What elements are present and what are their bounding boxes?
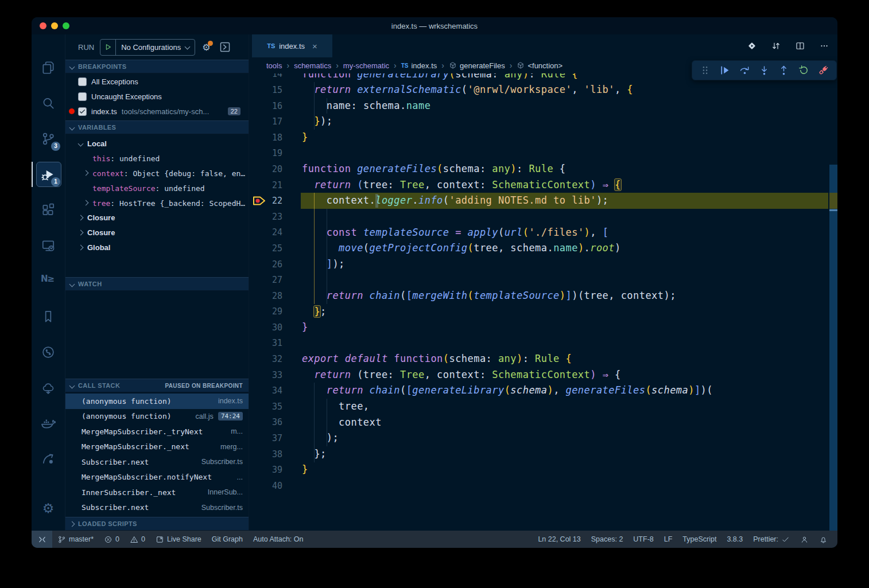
minimize-button[interactable] bbox=[51, 22, 58, 29]
activity-nx-console[interactable]: N≥ bbox=[32, 263, 65, 299]
editor-gutter[interactable]: 40 bbox=[249, 478, 302, 494]
status-prettier[interactable]: Prettier: bbox=[748, 531, 795, 548]
watch-section-header[interactable]: WATCH bbox=[65, 277, 249, 291]
editor-gutter[interactable]: 23 bbox=[249, 209, 302, 225]
code-text[interactable]: }; bbox=[302, 304, 327, 320]
editor-gutter[interactable]: 19 bbox=[249, 146, 302, 162]
call-stack-frame-4[interactable]: Subscriber.nextSubscriber.ts bbox=[65, 454, 249, 470]
step-out-button[interactable] bbox=[778, 64, 790, 76]
status-git-graph[interactable]: Git Graph bbox=[207, 531, 248, 548]
editor-gutter[interactable]: 31 bbox=[249, 336, 302, 352]
editor-gutter[interactable]: 37 bbox=[249, 430, 302, 446]
breadcrumb-item-index-ts[interactable]: TSindex.ts bbox=[401, 61, 437, 70]
status-live-share[interactable]: Live Share bbox=[150, 531, 207, 548]
editor-gutter[interactable]: 28 bbox=[249, 288, 302, 304]
split-editor-button[interactable] bbox=[795, 41, 805, 51]
editor-gutter[interactable]: 21 bbox=[249, 177, 302, 193]
activity-extensions[interactable] bbox=[32, 192, 65, 228]
activity-search[interactable] bbox=[32, 85, 65, 121]
editor-gutter[interactable]: 24 bbox=[249, 225, 302, 241]
code-text[interactable]: return chain([generateLibrary(schema), g… bbox=[302, 383, 713, 399]
editor-gutter[interactable]: 36 bbox=[249, 415, 302, 431]
call-stack-frame-6[interactable]: InnerSubscriber._nextInnerSub... bbox=[65, 485, 249, 500]
call-stack-frame-2[interactable]: MergeMapSubscriber._tryNextm... bbox=[65, 424, 249, 439]
open-changes-button[interactable] bbox=[771, 41, 781, 51]
breakpoint-item-all-exceptions[interactable]: All Exceptions bbox=[65, 74, 249, 89]
variables-scope-closure[interactable]: Closure bbox=[65, 211, 249, 225]
breakpoint-checkbox[interactable] bbox=[78, 107, 87, 116]
overview-ruler-scrollbar[interactable] bbox=[829, 165, 837, 531]
editor-gutter[interactable]: 33 bbox=[249, 367, 302, 383]
code-text[interactable]: function generateFiles(schema: any): Rul… bbox=[302, 161, 566, 177]
variables-section-header[interactable]: VARIABLES bbox=[65, 120, 249, 134]
call-stack-frame-5[interactable]: MergeMapSubscriber.notifyNext... bbox=[65, 470, 249, 485]
code-text[interactable]: context.logger.info('adding NOTES.md to … bbox=[302, 193, 608, 209]
editor-gutter[interactable]: 32 bbox=[249, 351, 302, 367]
code-text[interactable]: move(getProjectConfig(tree, schema.name)… bbox=[302, 240, 621, 256]
variable-tree[interactable]: tree: HostTree {_backend: ScopedH… bbox=[65, 196, 249, 211]
close-tab-icon[interactable]: × bbox=[312, 41, 317, 51]
tab-index-ts[interactable]: TS index.ts × bbox=[252, 34, 332, 57]
breakpoint-checkbox[interactable] bbox=[78, 77, 87, 86]
restart-button[interactable] bbox=[798, 64, 810, 76]
status-eol[interactable]: LF bbox=[659, 531, 678, 548]
breadcrumb-item-my-schematic[interactable]: my-schematic bbox=[343, 61, 389, 70]
more-actions-button[interactable] bbox=[819, 41, 829, 51]
editor-gutter[interactable]: 34 bbox=[249, 383, 302, 399]
editor-gutter[interactable]: 16 bbox=[249, 98, 302, 114]
debug-config-dropdown[interactable]: No Configurations bbox=[100, 39, 195, 56]
status-auto-attach[interactable]: Auto Attach: On bbox=[248, 531, 309, 548]
loaded-scripts-section-header[interactable]: LOADED SCRIPTS bbox=[65, 517, 249, 531]
code-text[interactable]: }; bbox=[302, 446, 327, 462]
step-into-button[interactable] bbox=[758, 64, 770, 76]
step-over-button[interactable] bbox=[739, 64, 751, 76]
activity-docker[interactable] bbox=[32, 406, 65, 441]
code-text[interactable]: tree, bbox=[302, 399, 370, 415]
editor-gutter[interactable]: 39 bbox=[249, 462, 302, 478]
activity-testing[interactable] bbox=[32, 370, 65, 406]
status-git-branch[interactable]: master* bbox=[52, 531, 99, 548]
status-encoding[interactable]: UTF-8 bbox=[628, 531, 658, 548]
breadcrumb-item-generatefiles[interactable]: generateFiles bbox=[449, 61, 505, 70]
code-text[interactable]: } bbox=[302, 130, 308, 146]
code-text[interactable]: ]); bbox=[302, 256, 345, 272]
activity-source-control[interactable]: 3 bbox=[32, 121, 65, 157]
start-debugging-icon[interactable] bbox=[103, 42, 112, 52]
variable-this[interactable]: this: undefined bbox=[65, 151, 249, 166]
breakpoint-item-index-ts[interactable]: index.tstools/schematics/my-sch...22 bbox=[65, 104, 249, 119]
code-text[interactable]: ); bbox=[302, 430, 339, 446]
code-text[interactable]: return (tree: Tree, context: SchematicCo… bbox=[302, 367, 621, 383]
code-text[interactable]: return chain([mergeWith(templateSource)]… bbox=[302, 288, 676, 304]
editor-gutter[interactable]: 35 bbox=[249, 399, 302, 415]
breadcrumb-item-schematics[interactable]: schematics bbox=[294, 61, 331, 70]
run-or-debug-button[interactable] bbox=[747, 41, 757, 51]
debug-settings-gear-icon[interactable]: ⚙ bbox=[202, 42, 210, 53]
call-stack-frame-1[interactable]: (anonymous function)call.js74:24 bbox=[65, 409, 249, 425]
editor-gutter[interactable]: 22 bbox=[249, 193, 302, 209]
editor-gutter[interactable]: 27 bbox=[249, 272, 302, 288]
status-ts-version[interactable]: 3.8.3 bbox=[721, 531, 748, 548]
code-text[interactable]: const templateSource = apply(url('./file… bbox=[302, 225, 608, 241]
breakpoint-checkbox[interactable] bbox=[78, 92, 87, 101]
call-stack-frame-3[interactable]: MergeMapSubscriber._nextmerg... bbox=[65, 439, 249, 455]
variables-scope-global[interactable]: Global bbox=[65, 240, 249, 255]
activity-run-and-debug[interactable]: 1 bbox=[32, 157, 65, 192]
variables-scope-local[interactable]: Local bbox=[65, 136, 249, 151]
disconnect-button[interactable] bbox=[817, 64, 829, 76]
zoom-button[interactable] bbox=[63, 22, 69, 29]
continue-button[interactable] bbox=[719, 64, 731, 76]
status-warnings[interactable]: 0 bbox=[125, 531, 150, 548]
editor-gutter[interactable]: 17 bbox=[249, 114, 302, 130]
code-text[interactable]: context bbox=[302, 415, 382, 431]
editor-gutter[interactable]: 26 bbox=[249, 256, 302, 272]
variable-templateSource[interactable]: templateSource: undefined bbox=[65, 181, 249, 196]
variable-context[interactable]: context: Object {debug: false, en… bbox=[65, 166, 249, 181]
editor-gutter[interactable]: 38 bbox=[249, 446, 302, 462]
breakpoint-item-uncaught-exceptions[interactable]: Uncaught Exceptions bbox=[65, 89, 249, 104]
activity-remote-explorer[interactable] bbox=[32, 228, 65, 263]
code-text[interactable]: return externalSchematic('@nrwl/workspac… bbox=[302, 82, 633, 98]
editor-gutter[interactable]: 20 bbox=[249, 161, 302, 177]
call-stack-frame-0[interactable]: (anonymous function)index.ts bbox=[65, 394, 249, 409]
editor-gutter[interactable]: 18 bbox=[249, 130, 302, 146]
code-text[interactable]: name: schema.name bbox=[302, 98, 430, 114]
